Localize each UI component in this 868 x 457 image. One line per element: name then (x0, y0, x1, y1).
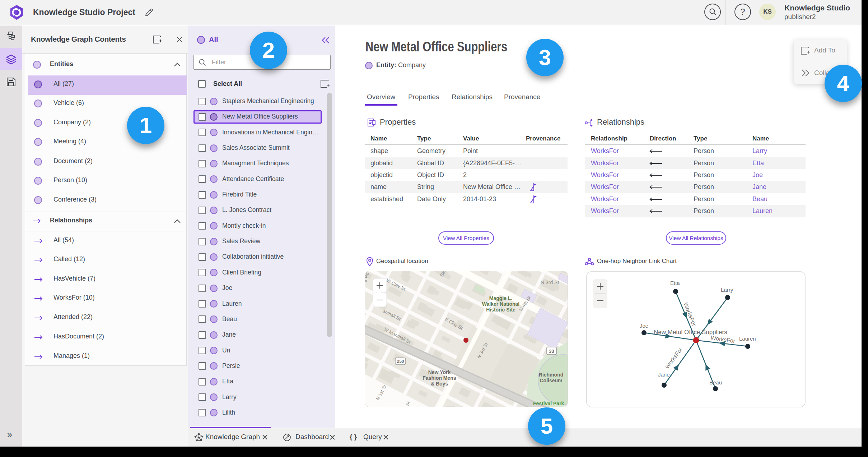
svg-text:New York: New York (428, 369, 451, 375)
svg-text:Maggie L.: Maggie L. (489, 295, 513, 301)
svg-text:Larry: Larry (721, 287, 733, 293)
svg-text:Lauren: Lauren (739, 336, 756, 342)
svg-text:33: 33 (549, 348, 554, 354)
svg-text:Richmond: Richmond (539, 372, 563, 378)
svg-text:Jane: Jane (658, 371, 670, 378)
svg-text:Festival Park: Festival Park (533, 401, 564, 406)
svg-text:Historic Site: Historic Site (486, 307, 515, 313)
svg-text:& Boys: & Boys (431, 381, 448, 387)
svg-text:Etta: Etta (670, 280, 680, 286)
svg-text:N 3rd St: N 3rd St (541, 280, 559, 285)
svg-text:Walker National: Walker National (482, 301, 520, 307)
svg-text:Fashion Mens: Fashion Mens (423, 375, 456, 381)
svg-text:Beau: Beau (709, 379, 722, 386)
svg-text:250: 250 (397, 359, 404, 364)
svg-text:New Metal Office Suppliers: New Metal Office Suppliers (654, 329, 727, 336)
svg-text:Coliseum: Coliseum (540, 378, 562, 383)
svg-text:Joe: Joe (640, 323, 648, 329)
